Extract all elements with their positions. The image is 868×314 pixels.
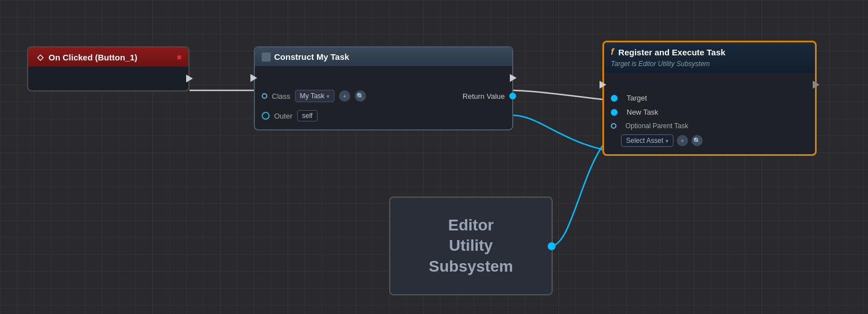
new-task-label: New Task [622, 108, 663, 116]
dropdown-arrow-icon: ▾ [327, 93, 329, 99]
add-class-icon[interactable]: + [339, 90, 350, 102]
select-asset-label: Select Asset [626, 137, 663, 145]
register-title: Register and Execute Task [618, 47, 725, 57]
on-clicked-icon: ◇ [35, 52, 45, 62]
add-asset-icon[interactable]: + [677, 135, 688, 146]
target-pin[interactable] [611, 95, 618, 102]
editor-utility-node[interactable]: Editor Utility Subsystem [389, 197, 553, 295]
editor-utility-out-pin[interactable] [548, 242, 556, 250]
reg-exec-in-pin[interactable] [600, 81, 606, 89]
select-asset-arrow-icon: ▾ [666, 138, 668, 144]
class-dropdown[interactable]: My Task ▾ [295, 90, 335, 102]
select-asset-dropdown[interactable]: Select Asset ▾ [621, 134, 673, 147]
construct-title: Construct My Task [274, 52, 349, 62]
construct-icon [262, 53, 271, 62]
return-value-label: Return Value [458, 92, 509, 101]
register-subtitle: Target is Editor Utility Subsystem [611, 60, 710, 68]
outer-input[interactable]: self [297, 110, 318, 121]
exec-out-pin[interactable] [186, 75, 193, 82]
target-row: Target [604, 91, 815, 105]
search-class-icon[interactable]: 🔍 [355, 90, 366, 102]
search-asset-icon[interactable]: 🔍 [691, 135, 703, 146]
class-pin[interactable] [262, 93, 267, 99]
stop-icon: ■ [177, 53, 182, 62]
class-label: Class [272, 92, 290, 101]
construct-node[interactable]: Construct My Task Class [254, 46, 513, 130]
target-label: Target [622, 94, 651, 102]
function-icon: f [611, 47, 614, 57]
blueprint-canvas: ◇ On Clicked (Button_1) ■ Construct My T… [0, 0, 868, 314]
new-task-pin[interactable] [611, 109, 618, 116]
exec-in-pin[interactable] [250, 74, 257, 82]
optional-parent-pin[interactable] [611, 123, 616, 129]
new-task-row: New Task [604, 105, 815, 119]
outer-pin[interactable] [262, 112, 270, 120]
optional-parent-label: Optional Parent Task [621, 122, 693, 130]
outer-label: Outer [274, 112, 293, 120]
return-value-pin[interactable] [509, 93, 516, 99]
on-clicked-title: On Clicked (Button_1) [49, 53, 138, 62]
reg-exec-out-pin[interactable] [813, 81, 819, 89]
register-node[interactable]: f Register and Execute Task Target is Ed… [602, 41, 817, 156]
on-clicked-node[interactable]: ◇ On Clicked (Button_1) ■ [27, 46, 190, 91]
exec-out-pin[interactable] [510, 74, 517, 82]
editor-utility-text: Editor Utility Subsystem [417, 204, 524, 288]
